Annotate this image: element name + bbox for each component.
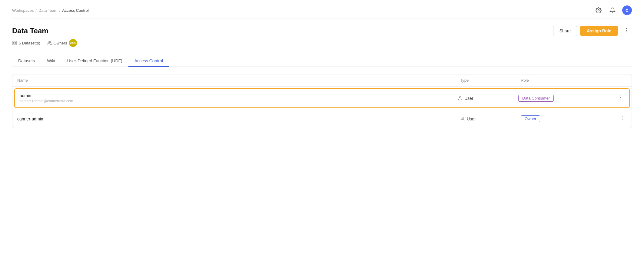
cell-actions-admin[interactable] bbox=[609, 93, 624, 103]
owners-meta: Owners can bbox=[47, 39, 77, 47]
owners-label: Owners bbox=[54, 41, 67, 45]
admin-name: admin bbox=[20, 93, 458, 98]
table-row-admin: admin contact+admin@cannerdata.com User … bbox=[15, 89, 629, 107]
ellipsis-vertical-icon bbox=[623, 27, 629, 33]
table-row-canner-admin: canner-admin User Owner bbox=[12, 110, 632, 128]
canner-admin-role-badge: Owner bbox=[521, 115, 540, 122]
svg-point-16 bbox=[622, 119, 623, 120]
bell-icon bbox=[609, 7, 616, 13]
header-section: Data Team Share Assign Role bbox=[12, 18, 632, 47]
notification-icon-button[interactable] bbox=[608, 6, 617, 15]
tab-udf[interactable]: User-Defined Function (UDF) bbox=[61, 55, 128, 67]
cell-type-admin: User bbox=[458, 96, 518, 101]
cell-role-admin: Data Consumer bbox=[518, 95, 609, 102]
admin-role-badge: Data Consumer bbox=[518, 95, 554, 102]
col-header-type: Type bbox=[460, 78, 521, 83]
breadcrumb-sep-1: / bbox=[35, 8, 37, 13]
svg-point-14 bbox=[622, 116, 623, 117]
admin-more-button[interactable] bbox=[616, 93, 624, 103]
svg-point-13 bbox=[462, 117, 463, 119]
svg-point-11 bbox=[620, 97, 621, 98]
tab-wiki[interactable]: Wiki bbox=[41, 55, 61, 67]
admin-type: User bbox=[464, 96, 473, 101]
tab-access-control[interactable]: Access Control bbox=[128, 55, 169, 67]
access-control-table: Name Type Role admin contact+admin@canne… bbox=[12, 74, 632, 128]
more-options-button[interactable] bbox=[621, 26, 632, 36]
datasets-meta: 5 Dataset(s) bbox=[12, 41, 40, 45]
svg-point-10 bbox=[620, 96, 621, 96]
owner-avatar-can[interactable]: can bbox=[69, 39, 77, 47]
user-avatar[interactable]: C bbox=[622, 5, 632, 15]
svg-point-8 bbox=[48, 41, 49, 43]
svg-point-15 bbox=[622, 118, 623, 118]
tab-datasets[interactable]: Datasets bbox=[12, 55, 41, 67]
svg-point-12 bbox=[620, 99, 621, 99]
datasets-count: 5 Dataset(s) bbox=[19, 41, 40, 45]
top-nav: Workspaces / Data Team / Access Control … bbox=[12, 0, 632, 18]
table-row-admin-highlighted: admin contact+admin@cannerdata.com User … bbox=[14, 88, 630, 108]
cell-name-canner-admin: canner-admin bbox=[17, 116, 460, 121]
top-nav-right: C bbox=[594, 5, 632, 15]
tabs: Datasets Wiki User-Defined Function (UDF… bbox=[12, 55, 632, 67]
cell-role-canner-admin: Owner bbox=[521, 115, 612, 122]
canner-admin-more-button[interactable] bbox=[619, 114, 627, 123]
svg-point-1 bbox=[626, 28, 627, 29]
page-title: Data Team bbox=[12, 27, 48, 35]
col-header-name: Name bbox=[17, 78, 460, 83]
svg-point-3 bbox=[626, 31, 627, 32]
table-header: Name Type Role bbox=[12, 74, 632, 87]
cell-name-admin: admin contact+admin@cannerdata.com bbox=[20, 93, 458, 103]
user-icon-canner-admin bbox=[460, 116, 465, 121]
ellipsis-vertical-icon-canner-admin bbox=[620, 115, 626, 121]
header-title-row: Data Team Share Assign Role bbox=[12, 26, 632, 36]
col-header-actions bbox=[612, 78, 627, 83]
page-container: Workspaces / Data Team / Access Control … bbox=[0, 0, 644, 259]
cell-actions-canner-admin[interactable] bbox=[612, 114, 627, 123]
ellipsis-vertical-icon-admin bbox=[618, 95, 623, 100]
svg-point-2 bbox=[626, 30, 627, 31]
col-header-role: Role bbox=[521, 78, 612, 83]
canner-admin-name: canner-admin bbox=[17, 116, 460, 121]
admin-email: contact+admin@cannerdata.com bbox=[20, 99, 458, 103]
settings-icon-button[interactable] bbox=[594, 6, 603, 15]
datasets-icon bbox=[12, 41, 17, 45]
header-actions: Share Assign Role bbox=[553, 26, 632, 36]
breadcrumb-data-team[interactable]: Data Team bbox=[38, 8, 58, 13]
gear-icon bbox=[596, 7, 602, 13]
canner-admin-type: User bbox=[467, 116, 476, 121]
svg-rect-4 bbox=[13, 41, 14, 43]
cell-type-canner-admin: User bbox=[460, 116, 521, 121]
svg-point-0 bbox=[598, 10, 599, 11]
breadcrumb: Workspaces / Data Team / Access Control bbox=[12, 8, 89, 13]
breadcrumb-sep-2: / bbox=[59, 8, 61, 13]
meta-row: 5 Dataset(s) Owners can bbox=[12, 39, 632, 47]
user-icon-admin bbox=[458, 96, 463, 101]
assign-role-button[interactable]: Assign Role bbox=[580, 26, 618, 36]
svg-rect-7 bbox=[15, 43, 16, 45]
breadcrumb-workspaces[interactable]: Workspaces bbox=[12, 8, 34, 13]
owners-icon bbox=[47, 41, 52, 45]
svg-rect-5 bbox=[15, 41, 16, 43]
share-button[interactable]: Share bbox=[553, 26, 577, 36]
svg-rect-6 bbox=[13, 43, 14, 45]
svg-point-9 bbox=[459, 97, 461, 98]
breadcrumb-access-control: Access Control bbox=[62, 8, 88, 13]
